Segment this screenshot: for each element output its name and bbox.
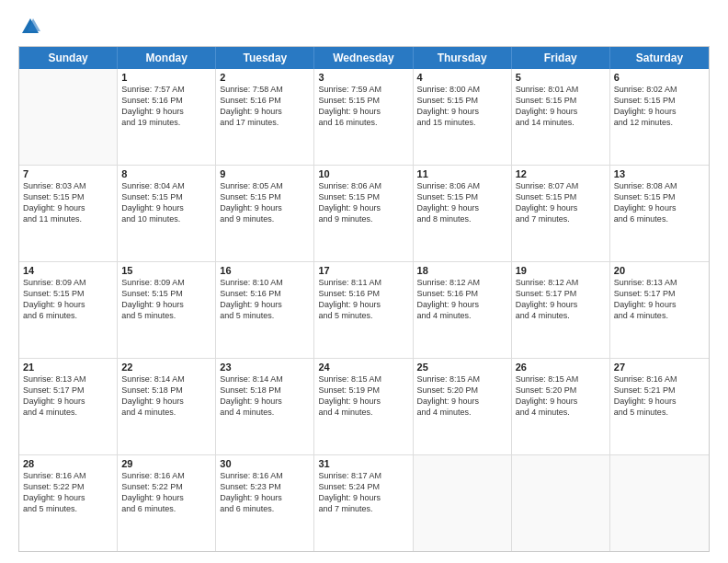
cell-line: Sunrise: 8:16 AM — [220, 470, 310, 481]
cell-line: and 14 minutes. — [516, 117, 606, 128]
calendar-cell: 4Sunrise: 8:00 AMSunset: 5:15 PMDaylight… — [414, 69, 512, 165]
cell-line: Daylight: 9 hours — [516, 202, 606, 213]
calendar-cell: 19Sunrise: 8:12 AMSunset: 5:17 PMDayligh… — [512, 262, 610, 358]
cell-line: Sunset: 5:15 PM — [318, 191, 408, 202]
cell-line: Daylight: 9 hours — [121, 202, 211, 213]
cell-line: and 5 minutes. — [121, 310, 211, 321]
cell-line: Sunrise: 8:06 AM — [318, 180, 408, 191]
cell-line: Sunset: 5:18 PM — [121, 385, 211, 396]
cell-line: Sunrise: 8:12 AM — [417, 277, 507, 288]
calendar-cell: 28Sunrise: 8:16 AMSunset: 5:22 PMDayligh… — [19, 455, 118, 551]
cell-line: and 17 minutes. — [220, 117, 310, 128]
cell-line: and 5 minutes. — [318, 310, 408, 321]
cell-line: Sunset: 5:15 PM — [121, 288, 211, 299]
cell-line: and 4 minutes. — [516, 407, 606, 418]
cell-line: Daylight: 9 hours — [318, 202, 408, 213]
cell-line: Daylight: 9 hours — [220, 492, 310, 503]
calendar-cell: 23Sunrise: 8:14 AMSunset: 5:18 PMDayligh… — [216, 359, 314, 454]
cell-line: Sunset: 5:15 PM — [516, 191, 606, 202]
cell-line: and 7 minutes. — [516, 213, 606, 224]
logo-icon — [20, 17, 40, 37]
day-number: 16 — [220, 265, 310, 276]
calendar-cell: 22Sunrise: 8:14 AMSunset: 5:18 PMDayligh… — [118, 359, 216, 454]
day-number: 26 — [516, 362, 606, 373]
header-day-wednesday: Wednesday — [314, 47, 413, 69]
cell-line: Sunrise: 8:01 AM — [516, 84, 606, 95]
cell-line: Sunset: 5:18 PM — [220, 385, 310, 396]
day-number: 29 — [121, 458, 211, 469]
calendar-cell: 21Sunrise: 8:13 AMSunset: 5:17 PMDayligh… — [19, 359, 118, 454]
calendar-body: 1Sunrise: 7:57 AMSunset: 5:16 PMDaylight… — [19, 69, 709, 551]
cell-line: and 5 minutes. — [220, 310, 310, 321]
cell-line: Sunrise: 8:03 AM — [23, 180, 113, 191]
cell-line: Sunset: 5:15 PM — [614, 191, 705, 202]
day-number: 11 — [417, 168, 507, 179]
cell-line: and 15 minutes. — [417, 117, 507, 128]
cell-line: Daylight: 9 hours — [220, 396, 310, 407]
calendar-cell: 16Sunrise: 8:10 AMSunset: 5:16 PMDayligh… — [216, 262, 314, 358]
cell-line: Sunrise: 7:57 AM — [121, 84, 211, 95]
cell-line: Sunset: 5:15 PM — [220, 191, 310, 202]
cell-line: and 5 minutes. — [23, 503, 113, 514]
day-number: 30 — [220, 458, 310, 469]
header-day-saturday: Saturday — [610, 47, 709, 69]
cell-line: and 4 minutes. — [417, 310, 507, 321]
calendar-cell: 17Sunrise: 8:11 AMSunset: 5:16 PMDayligh… — [314, 262, 413, 358]
cell-line: Daylight: 9 hours — [121, 299, 211, 310]
cell-line: Sunset: 5:15 PM — [23, 191, 113, 202]
cell-line: Daylight: 9 hours — [318, 299, 408, 310]
calendar-cell: 27Sunrise: 8:16 AMSunset: 5:21 PMDayligh… — [610, 359, 709, 454]
calendar-cell: 1Sunrise: 7:57 AMSunset: 5:16 PMDaylight… — [118, 69, 216, 165]
day-number: 17 — [318, 265, 408, 276]
cell-line: Sunset: 5:16 PM — [220, 288, 310, 299]
cell-line: Daylight: 9 hours — [516, 299, 606, 310]
cell-line: Sunrise: 8:15 AM — [516, 373, 606, 385]
calendar-cell — [19, 69, 118, 165]
calendar-row-1: 7Sunrise: 8:03 AMSunset: 5:15 PMDaylight… — [19, 165, 709, 261]
calendar-cell: 15Sunrise: 8:09 AMSunset: 5:15 PMDayligh… — [118, 262, 216, 358]
cell-line: and 4 minutes. — [23, 407, 113, 418]
cell-line: and 12 minutes. — [614, 117, 705, 128]
cell-line: Sunset: 5:16 PM — [121, 95, 211, 106]
day-number: 20 — [614, 265, 705, 276]
day-number: 4 — [417, 72, 507, 83]
cell-line: Daylight: 9 hours — [516, 106, 606, 117]
day-number: 18 — [417, 265, 507, 276]
cell-line: Daylight: 9 hours — [417, 396, 507, 407]
cell-line: Sunrise: 7:59 AM — [318, 84, 408, 95]
cell-line: and 4 minutes. — [318, 407, 408, 418]
header-day-thursday: Thursday — [414, 47, 512, 69]
day-number: 9 — [220, 168, 310, 179]
cell-line: Sunrise: 8:12 AM — [516, 277, 606, 288]
cell-line: and 19 minutes. — [121, 117, 211, 128]
cell-line: and 4 minutes. — [417, 407, 507, 418]
cell-line: and 6 minutes. — [220, 503, 310, 514]
calendar-cell: 14Sunrise: 8:09 AMSunset: 5:15 PMDayligh… — [19, 262, 118, 358]
cell-line: Daylight: 9 hours — [614, 396, 705, 407]
header-day-monday: Monday — [118, 47, 216, 69]
calendar-header: SundayMondayTuesdayWednesdayThursdayFrid… — [19, 47, 709, 69]
calendar: SundayMondayTuesdayWednesdayThursdayFrid… — [18, 46, 710, 552]
day-number: 15 — [121, 265, 211, 276]
cell-line: Sunset: 5:22 PM — [121, 481, 211, 492]
cell-line: Sunset: 5:20 PM — [417, 385, 507, 396]
day-number: 7 — [23, 168, 113, 179]
cell-line: Sunrise: 8:15 AM — [417, 373, 507, 385]
cell-line: and 6 minutes. — [121, 503, 211, 514]
cell-line: Daylight: 9 hours — [318, 106, 408, 117]
calendar-cell: 2Sunrise: 7:58 AMSunset: 5:16 PMDaylight… — [216, 69, 314, 165]
calendar-cell: 24Sunrise: 8:15 AMSunset: 5:19 PMDayligh… — [314, 359, 413, 454]
cell-line: Sunset: 5:15 PM — [417, 95, 507, 106]
cell-line: Daylight: 9 hours — [318, 492, 408, 503]
cell-line: Sunset: 5:16 PM — [220, 95, 310, 106]
cell-line: Daylight: 9 hours — [614, 202, 705, 213]
day-number: 2 — [220, 72, 310, 83]
calendar-cell: 9Sunrise: 8:05 AMSunset: 5:15 PMDaylight… — [216, 166, 314, 261]
day-number: 25 — [417, 362, 507, 373]
cell-line: Sunrise: 8:11 AM — [318, 277, 408, 288]
cell-line: Daylight: 9 hours — [318, 396, 408, 407]
cell-line: Sunrise: 8:08 AM — [614, 180, 705, 191]
calendar-cell: 26Sunrise: 8:15 AMSunset: 5:20 PMDayligh… — [512, 359, 610, 454]
cell-line: Sunset: 5:19 PM — [318, 385, 408, 396]
cell-line: and 4 minutes. — [220, 407, 310, 418]
